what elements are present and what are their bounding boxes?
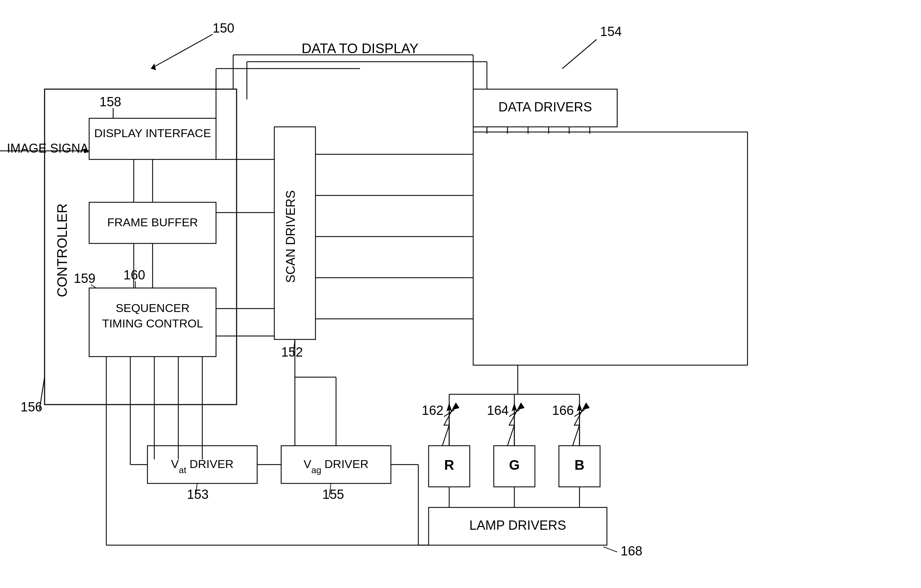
ref164-label: 164 <box>487 403 509 418</box>
display-interface-label: DISPLAY INTERFACE <box>94 127 211 140</box>
ref156-label: 156 <box>21 400 42 414</box>
ref152-label: 152 <box>281 345 303 359</box>
ref154-label: 154 <box>600 24 622 39</box>
g-label: G <box>509 458 519 472</box>
data-drivers-label: DATA DRIVERS <box>498 100 592 114</box>
diagram-container: 150 DATA TO DISPLAY 154 DATA DRIVERS <box>0 0 921 588</box>
controller-label: CONTROLLER <box>55 203 70 297</box>
ref160-label: 160 <box>124 268 145 282</box>
sequencer-label-line2: TIMING CONTROL <box>102 317 203 330</box>
b-label: B <box>575 458 585 472</box>
lamp-drivers-label: LAMP DRIVERS <box>469 518 566 533</box>
scan-drivers-label: SCAN DRIVERS <box>283 190 298 283</box>
ref158-label: 158 <box>99 94 121 109</box>
ref150-label: 150 <box>213 21 234 35</box>
r-label: R <box>444 458 454 472</box>
ref159-label: 159 <box>74 271 95 286</box>
frame-buffer-label: FRAME BUFFER <box>107 216 198 229</box>
sequencer-label-line1: SEQUENCER <box>116 301 189 314</box>
ref155-label: 155 <box>322 487 344 502</box>
data-to-display-label: DATA TO DISPLAY <box>302 41 419 56</box>
ref166-label: 166 <box>552 403 574 418</box>
ref153-label: 153 <box>187 487 208 502</box>
display-panel <box>473 132 747 365</box>
ref168-label: 168 <box>621 544 642 558</box>
block-diagram: 150 DATA TO DISPLAY 154 DATA DRIVERS <box>0 0 921 588</box>
ref162-label: 162 <box>422 403 443 418</box>
